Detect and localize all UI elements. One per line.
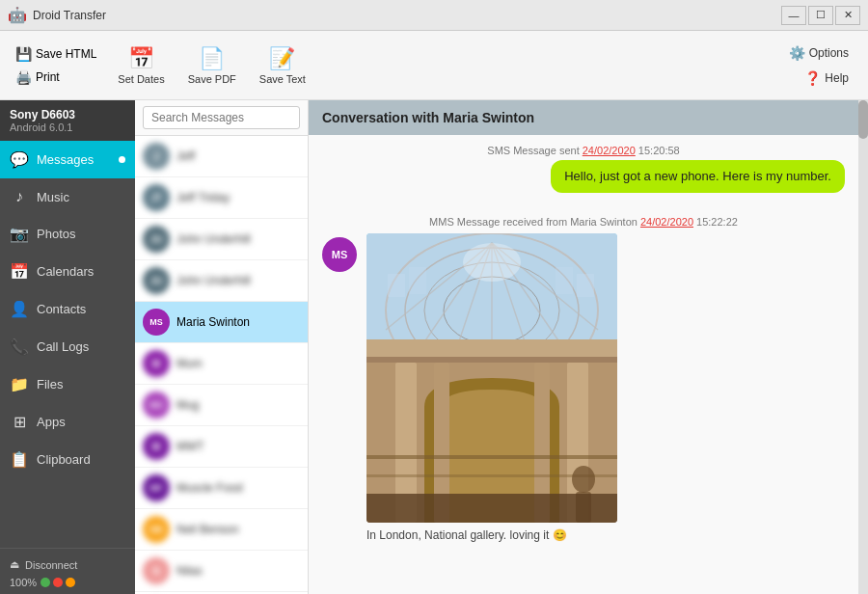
list-item[interactable]: M Mum <box>135 343 308 385</box>
save-html-label: Save HTML <box>36 47 96 61</box>
list-item[interactable]: MF Muscle Food <box>135 468 308 509</box>
contacts-icon: 👤 <box>10 300 29 318</box>
disconnect-label: Disconnect <box>25 559 77 571</box>
conversation-title: Conversation with Maria Swinton <box>322 110 534 125</box>
help-label: Help <box>825 71 849 85</box>
contact-name: Jeff Triday <box>176 191 230 204</box>
conversation-header: Conversation with Maria Swinton <box>309 100 858 135</box>
svg-rect-25 <box>388 274 405 297</box>
battery-dots <box>41 578 75 587</box>
toolbar: 💾 Save HTML 🖨️ Print 📅 Set Dates 📄 Save … <box>0 31 868 100</box>
save-pdf-button[interactable]: 📄 Save PDF <box>178 42 246 89</box>
sms-message-group: SMS Message sent 24/02/2020 15:20:58 Hel… <box>322 145 845 193</box>
toolbar-right: ⚙️ Options ❓ Help <box>781 42 856 89</box>
svg-rect-26 <box>409 267 426 294</box>
save-pdf-label: Save PDF <box>188 73 236 85</box>
device-name: Sony D6603 <box>10 108 125 122</box>
conversation-panel: Conversation with Maria Swinton SMS Mess… <box>309 100 858 594</box>
list-item[interactable]: JT Jeff Triday <box>135 177 308 219</box>
sidebar: Sony D6603 Android 6.0.1 💬 Messages ♪ Mu… <box>0 100 135 594</box>
contact-name: Mug <box>176 398 199 412</box>
maximize-button[interactable]: ☐ <box>808 6 833 25</box>
list-item[interactable]: J Jeff <box>135 136 308 177</box>
print-button[interactable]: 🖨️ Print <box>12 67 100 88</box>
conversation-scrollbar[interactable] <box>858 100 868 594</box>
sidebar-item-files[interactable]: 📁 Files <box>0 365 135 403</box>
set-dates-label: Set Dates <box>118 73 164 85</box>
scrollbar-thumb[interactable] <box>858 100 868 139</box>
options-button[interactable]: ⚙️ Options <box>781 42 856 64</box>
list-item[interactable]: MS Mug <box>135 385 308 426</box>
search-input[interactable] <box>143 106 300 129</box>
list-item[interactable]: N Nilas <box>135 551 308 592</box>
mms-avatar-initials: MS <box>332 249 348 260</box>
sidebar-item-messages[interactable]: 💬 Messages <box>0 141 135 178</box>
mms-row: MS <box>322 233 845 542</box>
svg-rect-19 <box>366 455 617 459</box>
options-label: Options <box>809 46 849 60</box>
contact-name-maria-swinton: Maria Swinton <box>176 315 250 329</box>
save-text-button[interactable]: 📝 Save Text <box>250 42 315 89</box>
list-item[interactable]: M MWT <box>135 426 308 468</box>
mms-sender-avatar: MS <box>322 237 357 272</box>
clipboard-icon: 📋 <box>10 450 29 469</box>
sms-date-link[interactable]: 24/02/2020 <box>583 145 636 156</box>
list-item-maria-swinton[interactable]: MS Maria Swinton <box>135 302 308 343</box>
sidebar-item-label-contacts: Contacts <box>37 302 86 316</box>
sidebar-item-label-photos: Photos <box>37 227 75 241</box>
sidebar-item-label-clipboard: Clipboard <box>37 452 91 467</box>
sidebar-item-music[interactable]: ♪ Music <box>0 178 135 215</box>
sidebar-item-calllogs[interactable]: 📞 Call Logs <box>0 328 135 365</box>
save-html-button[interactable]: 💾 Save HTML <box>12 43 100 65</box>
svg-rect-23 <box>366 494 617 523</box>
sms-text: Hello, just got a new phone. Here is my … <box>564 169 831 183</box>
title-bar: 🤖 Droid Transfer — ☐ ✕ <box>0 0 868 31</box>
active-indicator <box>119 156 125 163</box>
close-button[interactable]: ✕ <box>835 6 860 25</box>
calllogs-icon: 📞 <box>10 338 29 356</box>
mms-image <box>366 233 617 523</box>
sidebar-item-label-apps: Apps <box>37 415 66 429</box>
contact-name: Neil Benson <box>176 523 239 536</box>
mms-date-link[interactable]: 24/02/2020 <box>640 216 693 228</box>
save-text-label: Save Text <box>259 73 306 85</box>
set-dates-button[interactable]: 📅 Set Dates <box>108 42 174 89</box>
avatar: M <box>143 350 170 377</box>
app-title: Droid Transfer <box>33 9 781 22</box>
sidebar-item-photos[interactable]: 📷 Photos <box>0 215 135 253</box>
sms-meta: SMS Message sent 24/02/2020 15:20:58 <box>322 145 845 156</box>
svg-point-21 <box>572 466 595 493</box>
mms-meta: MMS Message received from Maria Swinton … <box>322 216 845 228</box>
battery-dot-1 <box>41 578 50 587</box>
contact-name: Mum <box>176 357 203 370</box>
sms-bubble: Hello, just got a new phone. Here is my … <box>551 160 845 193</box>
app-icon: 🤖 <box>8 6 27 24</box>
minimize-button[interactable]: — <box>781 6 806 25</box>
svg-rect-14 <box>366 357 617 363</box>
sidebar-item-apps[interactable]: ⊞ Apps <box>0 403 135 441</box>
device-os: Android 6.0.1 <box>10 122 125 133</box>
list-item[interactable]: JU John Underhill <box>135 260 308 302</box>
sidebar-item-calendars[interactable]: 📅 Calendars <box>0 253 135 290</box>
avatar: JT <box>143 184 170 211</box>
sidebar-bottom: ⏏ Disconnect 100% <box>0 548 135 594</box>
sidebar-item-contacts[interactable]: 👤 Contacts <box>0 290 135 328</box>
battery-row: 100% <box>10 577 125 588</box>
disconnect-button[interactable]: ⏏ Disconnect <box>10 554 125 575</box>
list-item[interactable]: JU John Underhill <box>135 219 308 260</box>
avatar: NB <box>143 516 170 543</box>
files-icon: 📁 <box>10 375 29 393</box>
help-button[interactable]: ❓ Help <box>797 68 856 89</box>
sidebar-item-clipboard[interactable]: 📋 Clipboard <box>0 441 135 478</box>
sidebar-item-label-files: Files <box>37 377 63 392</box>
photos-icon: 📷 <box>10 225 29 243</box>
mms-content: In London, National gallery. loving it 😊 <box>366 233 617 542</box>
mms-caption: In London, National gallery. loving it 😊 <box>366 528 617 542</box>
svg-rect-28 <box>577 274 594 297</box>
contact-name: John Underhill <box>176 232 251 246</box>
contacts-list: J Jeff JT Jeff Triday JU John Underhill … <box>135 136 308 594</box>
list-item[interactable]: NB Neil Benson <box>135 509 308 551</box>
disconnect-icon: ⏏ <box>10 558 19 571</box>
conversation-body[interactable]: SMS Message sent 24/02/2020 15:20:58 Hel… <box>309 135 858 594</box>
device-info: Sony D6603 Android 6.0.1 <box>0 100 135 141</box>
